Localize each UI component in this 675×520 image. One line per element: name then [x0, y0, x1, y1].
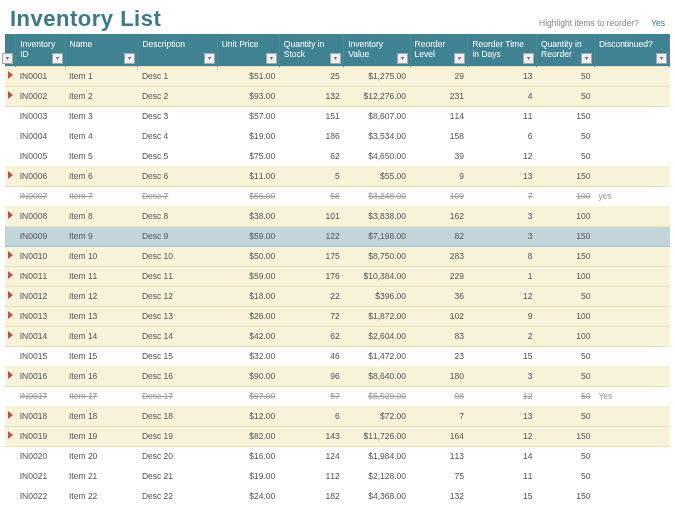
cell-value: Yes — [598, 391, 612, 401]
cell-rt: 6 — [468, 126, 537, 146]
cell-id: IN0020 — [16, 446, 65, 466]
filter-dropdown-icon[interactable]: ▾ — [52, 53, 63, 64]
cell-val: $72.00 — [344, 406, 410, 426]
filter-dropdown-icon[interactable]: ▾ — [124, 53, 135, 64]
header-flag[interactable]: ▾ — [5, 34, 16, 66]
cell-value: $1,984.00 — [368, 451, 406, 461]
cell-value: IN0008 — [20, 211, 47, 221]
cell-value: $8,640.00 — [368, 371, 406, 381]
cell-qr: 150 — [537, 486, 595, 506]
table-row[interactable]: IN0006Item 6Desc 6$11.005$55.00913150 — [5, 166, 670, 186]
header-rl[interactable]: Reorder Level▾ — [410, 34, 468, 66]
table-row[interactable]: IN0002Item 2Desc 2$93.00132$12,276.00231… — [5, 86, 670, 106]
cell-value: Desc 9 — [142, 231, 168, 241]
cell-qr: 50 — [537, 386, 595, 406]
cell-id: IN0014 — [16, 326, 65, 346]
filter-dropdown-icon[interactable]: ▾ — [266, 53, 277, 64]
cell-price: $75.00 — [217, 146, 279, 166]
header-name[interactable]: Name▾ — [65, 34, 138, 66]
cell-rl: 102 — [410, 306, 468, 326]
cell-value: 4 — [528, 91, 533, 101]
table-row[interactable]: IN0014Item 14Desc 14$42.0062$2,604.00832… — [5, 326, 670, 346]
header-price[interactable]: Unit Price▾ — [217, 34, 279, 66]
cell-value: $19.00 — [249, 131, 275, 141]
cell-price: $16.00 — [217, 446, 279, 466]
flag-cell — [5, 166, 16, 186]
table-row[interactable]: IN0011Item 11Desc 11$59.00176$10,384.002… — [5, 266, 670, 286]
cell-price: $26.00 — [217, 306, 279, 326]
filter-dropdown-icon[interactable]: ▾ — [2, 53, 13, 64]
header-desc[interactable]: Description▾ — [138, 34, 217, 66]
cell-desc: Desc 21 — [138, 466, 217, 486]
filter-dropdown-icon[interactable]: ▾ — [397, 53, 408, 64]
cell-value: Desc 22 — [142, 491, 173, 501]
cell-qty: 151 — [279, 106, 343, 126]
filter-dropdown-icon[interactable]: ▾ — [523, 53, 534, 64]
filter-dropdown-icon[interactable]: ▾ — [204, 53, 215, 64]
cell-value: 50 — [581, 411, 590, 421]
cell-value: IN0015 — [20, 351, 47, 361]
table-row[interactable]: IN0019Item 19Desc 19$82.00143$11,726.001… — [5, 426, 670, 446]
filter-dropdown-icon[interactable]: ▾ — [330, 53, 341, 64]
table-row[interactable]: IN0007Item 7Desc 7$56.0058$3,248.0010971… — [5, 186, 670, 206]
table-row[interactable]: IN0013Item 13Desc 13$26.0072$1,872.00102… — [5, 306, 670, 326]
table-row[interactable]: IN0012Item 12Desc 12$18.0022$396.0036125… — [5, 286, 670, 306]
table-row[interactable]: IN0008Item 8Desc 8$38.00101$3,838.001623… — [5, 206, 670, 226]
header-rt[interactable]: Reorder Time in Days▾ — [468, 34, 537, 66]
reorder-flag-icon — [8, 411, 13, 419]
cell-value: Item 20 — [69, 451, 97, 461]
header-dc[interactable]: Discontinued?▾ — [594, 34, 669, 66]
cell-price: $24.00 — [217, 486, 279, 506]
table-row[interactable]: IN0021Item 21Desc 21$19.00112$2,128.0075… — [5, 466, 670, 486]
cell-rt: 12 — [468, 286, 537, 306]
cell-value: 13 — [523, 411, 532, 421]
cell-desc: Desc 5 — [138, 146, 217, 166]
filter-dropdown-icon[interactable]: ▾ — [581, 53, 592, 64]
header-val[interactable]: Inventory Value▾ — [344, 34, 410, 66]
cell-value: Desc 2 — [142, 91, 168, 101]
cell-value: $97.00 — [249, 391, 275, 401]
cell-value: IN0011 — [20, 271, 47, 281]
table-row[interactable]: IN0022Item 22Desc 22$24.00182$4,368.0013… — [5, 486, 670, 506]
table-row[interactable]: IN0001Item 1Desc 1$51.0025$1,275.0029135… — [5, 66, 670, 86]
cell-value: 143 — [325, 431, 339, 441]
cell-qty: 62 — [279, 326, 343, 346]
highlight-hint-answer[interactable]: Yes — [651, 18, 665, 28]
table-row[interactable]: IN0018Item 18Desc 18$12.006$72.0071350 — [5, 406, 670, 426]
cell-dc: yes — [594, 186, 669, 206]
reorder-flag-icon — [8, 371, 13, 379]
table-row[interactable]: IN0015Item 15Desc 15$32.0046$1,472.00231… — [5, 346, 670, 366]
cell-name: Item 11 — [65, 266, 138, 286]
table-row[interactable]: IN0020Item 20Desc 20$16.00124$1,984.0011… — [5, 446, 670, 466]
cell-value: Desc 17 — [142, 391, 173, 401]
cell-qr: 150 — [537, 106, 595, 126]
cell-value: IN0005 — [20, 151, 47, 161]
table-row[interactable]: IN0003Item 3Desc 3$57.00151$8,607.001141… — [5, 106, 670, 126]
cell-value: 186 — [325, 131, 339, 141]
cell-val: $55.00 — [344, 166, 410, 186]
cell-value: $8,607.00 — [368, 111, 406, 121]
cell-price: $42.00 — [217, 326, 279, 346]
table-row[interactable]: IN0017Item 17Desc 17$97.0057$5,529.00981… — [5, 386, 670, 406]
cell-rt: 11 — [468, 106, 537, 126]
table-row[interactable]: IN0009Item 9Desc 9$59.00122$7,198.008231… — [5, 226, 670, 246]
table-row[interactable]: IN0016Item 16Desc 16$90.0096$8,640.00180… — [5, 366, 670, 386]
cell-value: 100 — [576, 311, 590, 321]
table-row[interactable]: IN0004Item 4Desc 4$19.00186$3,534.001586… — [5, 126, 670, 146]
cell-name: Item 17 — [65, 386, 138, 406]
header-qr[interactable]: Quantity in Reorder▾ — [537, 34, 595, 66]
table-row[interactable]: IN0010Item 10Desc 10$50.00175$8,750.0028… — [5, 246, 670, 266]
cell-dc — [594, 246, 669, 266]
cell-price: $59.00 — [217, 226, 279, 246]
cell-value: Desc 15 — [142, 351, 173, 361]
table-row[interactable]: IN0005Item 5Desc 5$75.0062$4,650.0039125… — [5, 146, 670, 166]
cell-name: Item 22 — [65, 486, 138, 506]
cell-value: $396.00 — [375, 291, 406, 301]
header-id[interactable]: Inventory ID▾ — [16, 34, 65, 66]
cell-rl: 283 — [410, 246, 468, 266]
table-header-row: ▾ Inventory ID▾Name▾Description▾Unit Pri… — [5, 34, 670, 66]
cell-value: 8 — [528, 251, 533, 261]
filter-dropdown-icon[interactable]: ▾ — [656, 53, 667, 64]
filter-dropdown-icon[interactable]: ▾ — [454, 53, 465, 64]
header-qty[interactable]: Quantity in Stock▾ — [279, 34, 343, 66]
